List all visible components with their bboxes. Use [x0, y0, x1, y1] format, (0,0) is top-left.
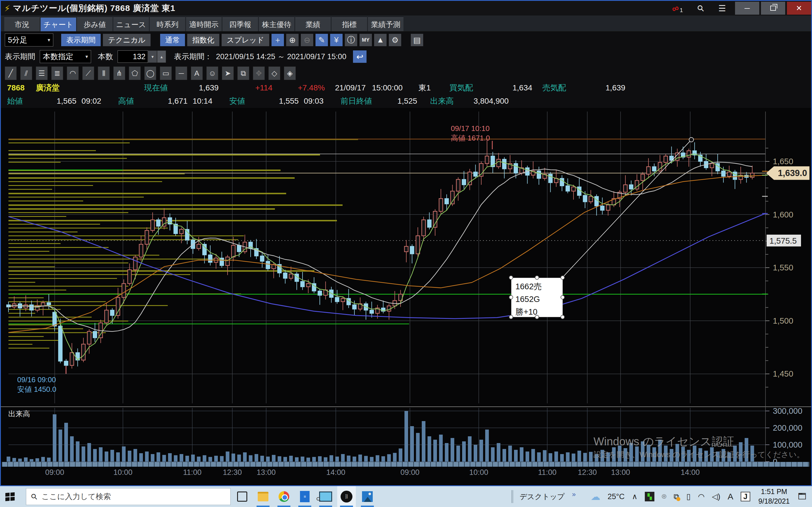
- candlestick-chart[interactable]: 1,6501,6001,5501,5001,4501,639.01,575.53…: [1, 108, 811, 485]
- minimize-button[interactable]: ─: [735, 2, 759, 15]
- chart-text-note[interactable]: 1662売1652G勝+10: [511, 278, 563, 317]
- link-group-icon[interactable]: ∞: [670, 2, 680, 15]
- restore-button[interactable]: [761, 2, 785, 15]
- yen-axis-button[interactable]: ¥: [330, 34, 343, 46]
- ime-j-indicator[interactable]: J: [741, 492, 750, 501]
- technical-button[interactable]: テクニカル: [103, 34, 151, 46]
- tool-pitchfork[interactable]: ⋔: [113, 66, 125, 80]
- indexed-button[interactable]: 指数化: [187, 34, 219, 46]
- area-chart-button[interactable]: ▲: [374, 34, 387, 46]
- tab-benefit[interactable]: 株主優待: [259, 17, 294, 31]
- tool-parallel-lines[interactable]: ⫽: [20, 66, 32, 80]
- tool-ellipse[interactable]: ◯: [144, 66, 156, 80]
- tool-copy-object[interactable]: ⧉: [238, 66, 249, 80]
- crosshair-button[interactable]: ＋: [271, 34, 284, 46]
- show-hidden-icons[interactable]: ∧: [632, 492, 638, 501]
- tool-icon-stamp[interactable]: ☺: [206, 66, 218, 80]
- tool-settings-button[interactable]: ⚙: [389, 34, 401, 46]
- display-period-button[interactable]: 表示期間: [61, 34, 101, 46]
- tool-horizontal-lines-4[interactable]: ≣: [51, 66, 63, 80]
- my-indicator-button[interactable]: MY: [359, 34, 372, 46]
- tool-vertical-lines[interactable]: ⦀: [98, 66, 110, 80]
- normal-button[interactable]: 通常: [160, 34, 185, 46]
- tool-eraser[interactable]: ◇: [268, 66, 280, 80]
- tab-shikiho[interactable]: 四季報: [222, 17, 258, 31]
- draw-pencil-button[interactable]: ✎: [315, 34, 328, 46]
- zoom-in-button[interactable]: ⊕: [286, 34, 299, 46]
- high-label: 高値: [118, 96, 134, 107]
- desktop-toolbar[interactable]: デスクトップ: [520, 492, 565, 502]
- start-button[interactable]: [0, 486, 20, 507]
- period-label: 表示期間: [5, 52, 35, 62]
- tab-results[interactable]: 業績: [295, 17, 331, 31]
- weather-icon[interactable]: ☁: [591, 491, 600, 502]
- tool-horizontal-segment[interactable]: ─: [175, 66, 187, 80]
- toolbar-expand-chevrons[interactable]: »: [572, 490, 576, 498]
- search-icon[interactable]: ⚲: [695, 3, 706, 14]
- blue-doc-app-button[interactable]: ≡: [296, 486, 314, 507]
- menu-icon[interactable]: ☰: [718, 3, 726, 13]
- tab-forecast[interactable]: 業績予測: [368, 17, 403, 31]
- chrome-button[interactable]: [274, 486, 293, 507]
- tab-market[interactable]: 市況: [4, 17, 40, 31]
- tool-pentagon[interactable]: ⬠: [129, 66, 141, 80]
- spread-button[interactable]: スプレッド: [221, 34, 269, 46]
- tab-chart[interactable]: チャート: [41, 17, 76, 31]
- chrome-icon: [278, 491, 289, 502]
- count-increment-button[interactable]: ▴: [157, 50, 166, 63]
- display-tray-icon[interactable]: ⧉: [673, 492, 679, 501]
- timeframe-select[interactable]: 5分足 ▾: [5, 34, 53, 47]
- tab-indicators[interactable]: 指標: [332, 17, 367, 31]
- file-explorer-button[interactable]: [254, 486, 272, 507]
- temperature-label[interactable]: 25°C: [608, 492, 624, 501]
- tab-news[interactable]: ニュース: [113, 17, 149, 31]
- svg-text:13:00: 13:00: [257, 468, 276, 476]
- task-view-icon: [237, 492, 247, 502]
- bar-count-input[interactable]: 132: [117, 50, 148, 63]
- action-center-icon[interactable]: 🗔: [798, 492, 806, 501]
- tab-tick[interactable]: 歩み値: [77, 17, 112, 31]
- tool-fibonacci-arcs[interactable]: ◠: [67, 66, 79, 80]
- chart-area[interactable]: 1,6501,6001,5501,5001,4501,639.01,575.53…: [1, 108, 811, 485]
- tool-hand[interactable]: ✥: [253, 66, 265, 80]
- tool-trendline[interactable]: ╱: [5, 66, 17, 80]
- print-button[interactable]: ▤: [411, 34, 423, 46]
- remote-viewer-button[interactable]: ⚲: [316, 486, 335, 507]
- volume-label: 出来高: [430, 96, 454, 107]
- wifi-icon[interactable]: ◠: [698, 492, 705, 501]
- taskbar-clock[interactable]: 1:51 PM 9/18/2021: [758, 487, 790, 506]
- selection-handle[interactable]: [535, 276, 539, 280]
- pixel-app-tray-icon[interactable]: ▚: [645, 492, 654, 501]
- tool-fan-lines[interactable]: ⟋: [82, 66, 94, 80]
- close-button[interactable]: ✕: [787, 2, 811, 15]
- ime-mode-indicator[interactable]: A: [728, 492, 733, 501]
- selection-handle[interactable]: [560, 295, 565, 299]
- reset-period-button[interactable]: ↩: [353, 50, 366, 63]
- tab-timeseries[interactable]: 時系列: [150, 17, 185, 31]
- chart-scrollbar[interactable]: [2, 462, 809, 467]
- battery-icon[interactable]: ▯: [687, 492, 691, 501]
- task-view-button[interactable]: [233, 486, 252, 507]
- svg-text:09:00: 09:00: [400, 468, 419, 476]
- selection-handle[interactable]: [509, 276, 513, 280]
- selection-handle[interactable]: [560, 276, 565, 280]
- volume-icon[interactable]: ◁): [712, 492, 720, 501]
- taskbar-search-input[interactable]: ⚲ ここに入力して検索: [26, 488, 231, 505]
- period-mode-select[interactable]: 本数指定 ▾: [40, 50, 91, 63]
- selection-handle[interactable]: [509, 295, 513, 299]
- count-decrement-button[interactable]: ▾: [148, 50, 157, 63]
- selection-handle[interactable]: [509, 315, 513, 319]
- tool-eraser-text[interactable]: ◈: [284, 66, 296, 80]
- tool-rectangle[interactable]: ▭: [160, 66, 172, 80]
- info-button[interactable]: ⓘ: [345, 34, 357, 46]
- zoom-out-button[interactable]: ⊖: [301, 34, 313, 46]
- tool-text[interactable]: A: [191, 66, 203, 80]
- photos-button[interactable]: [358, 486, 377, 507]
- tool-horizontal-lines-3[interactable]: ☰: [36, 66, 48, 80]
- trading-app-button[interactable]: ⦙⦚: [337, 486, 356, 507]
- selection-handle[interactable]: [560, 315, 565, 319]
- tab-disclosure[interactable]: 適時開示: [186, 17, 221, 31]
- camera-tray-icon[interactable]: ⌾: [662, 492, 666, 501]
- tool-pointer-mark[interactable]: ➤: [222, 66, 234, 80]
- selection-handle[interactable]: [535, 315, 539, 319]
